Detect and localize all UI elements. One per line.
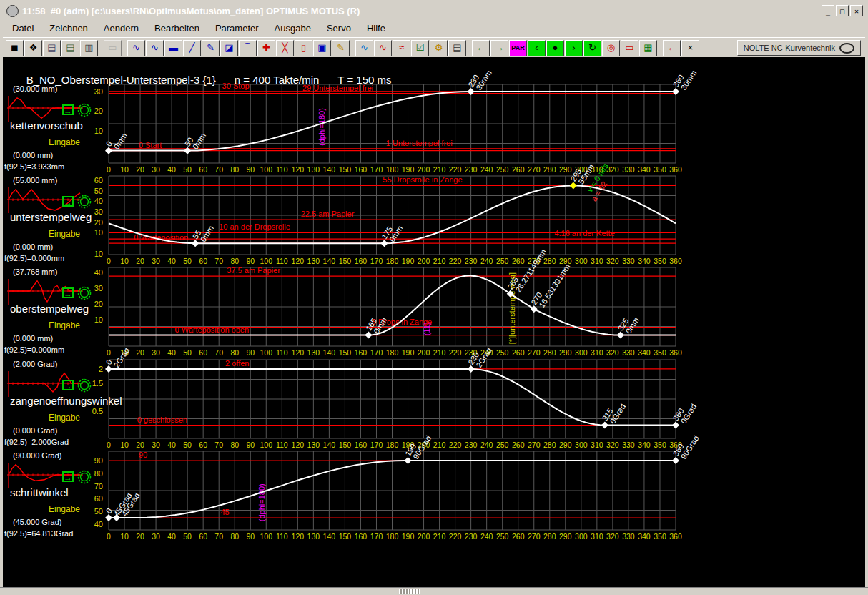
step-prev-icon: ‹ xyxy=(535,42,538,53)
segment-invert-button[interactable]: ◪ xyxy=(220,40,238,56)
delete-trash-button[interactable]: ▯ xyxy=(295,40,312,56)
screen-new-button[interactable]: ◼ xyxy=(6,40,24,56)
curve-panel-schrittwinkel: (90.000 Grad)→schrittwinkelEingabe(45.00… xyxy=(3,446,110,537)
curve-analysis-button[interactable]: ∿ xyxy=(374,40,392,56)
step-prev-button[interactable]: ‹ xyxy=(528,40,546,56)
curve-name: unterstempelweg xyxy=(10,211,92,223)
return-left-button[interactable]: ← xyxy=(663,40,681,56)
min-value-label: (45.000 Grad) xyxy=(13,518,61,526)
edit-pen-icon: ✎ xyxy=(207,42,214,53)
nolte-logo-icon xyxy=(839,43,854,54)
curve-smooth-button[interactable]: ∿ xyxy=(355,40,373,56)
segment-ramp-button[interactable]: ╱ xyxy=(183,40,201,56)
zoom-fit-button[interactable]: ❖ xyxy=(24,40,42,56)
nav-forward-button[interactable]: → xyxy=(490,40,508,56)
title-bar[interactable]: 11:58 #0 (adm) [c:\users\RN\OptimusMotus… xyxy=(3,3,865,19)
rotate-view-button[interactable]: ↻ xyxy=(583,40,601,56)
status-bar xyxy=(0,587,868,595)
transfer-arrow-button[interactable]: → xyxy=(62,471,74,482)
menu-ausgabe[interactable]: Ausgabe xyxy=(268,21,317,36)
print-bw-button[interactable]: ▤ xyxy=(61,40,79,56)
print-color-icon: ▤ xyxy=(47,42,56,53)
speed-label: n = 400 Takte/min xyxy=(235,74,320,86)
maximize-button[interactable]: □ xyxy=(836,5,849,16)
transfer-arrow-button[interactable]: → xyxy=(62,104,74,115)
tangent-tool-button[interactable]: ╳ xyxy=(276,40,294,56)
curve-panel-oberstempelweg: (37.768 mm)→oberstempelwegEingabe(0.000 … xyxy=(3,262,110,353)
menu-bar: DateiZeichnenAendernBearbeitenParameterA… xyxy=(3,19,865,37)
close-button[interactable]: ✕ xyxy=(850,5,863,16)
clipboard-copy-button[interactable]: ▣ xyxy=(313,40,331,56)
blank-button[interactable]: ▭ xyxy=(104,40,122,56)
nav-back-icon: ← xyxy=(476,42,485,53)
check-edit-icon: ☑ xyxy=(416,42,425,53)
step-point-button[interactable]: ● xyxy=(546,40,564,56)
function-value-label: f(92.5)=0.000mm xyxy=(4,345,64,354)
menu-hilfe[interactable]: Hilfe xyxy=(360,21,392,36)
cam-disc-icon[interactable] xyxy=(77,194,92,210)
resize-grip[interactable] xyxy=(399,589,420,594)
target-circle-icon: ◎ xyxy=(607,42,615,53)
target-circle-button[interactable]: ◎ xyxy=(602,40,620,56)
min-value-label: (0.000 Grad) xyxy=(13,426,57,435)
zoom-fit-icon: ❖ xyxy=(29,42,38,53)
segment-ramp-icon: ╱ xyxy=(189,42,195,53)
min-value-label: (0.000 mm) xyxy=(13,334,53,343)
cam-disc-icon[interactable] xyxy=(77,102,92,118)
motion-remove-button[interactable]: ∿ xyxy=(146,40,164,56)
minimize-button[interactable]: _ xyxy=(822,5,834,16)
curve-panel-unterstempelweg: (55.000 mm)→unterstempelwegEingabe(0.000… xyxy=(3,170,110,262)
transfer-arrow-button[interactable]: → xyxy=(62,380,74,390)
curve-name: kettenvorschub xyxy=(10,119,83,132)
plot-setup-icon: ▥ xyxy=(84,42,93,53)
close-x-button[interactable]: × xyxy=(681,40,699,56)
transfer-arrow-button[interactable]: → xyxy=(62,196,74,207)
rotate-view-icon: ↻ xyxy=(588,42,596,53)
plot-setup-button[interactable]: ▥ xyxy=(80,40,98,56)
notebook-icon: ▤ xyxy=(453,42,461,53)
curve-name: oberstempelweg xyxy=(10,303,89,315)
menu-bearbeiten[interactable]: Bearbeiten xyxy=(148,21,206,36)
nav-back-button[interactable]: ← xyxy=(472,40,490,56)
cycle-label: T = 150 ms xyxy=(337,74,391,86)
print-color-button[interactable]: ▤ xyxy=(43,40,61,56)
menu-servo[interactable]: Servo xyxy=(320,21,357,36)
step-point-icon: ● xyxy=(553,42,558,53)
machine-symbol-button[interactable]: ⚙ xyxy=(430,40,448,56)
mode-label: Eingabe xyxy=(49,229,80,239)
spline-points-button[interactable]: ⌒ xyxy=(239,40,257,56)
menu-datei[interactable]: Datei xyxy=(6,21,40,36)
curve-overlay-button[interactable]: ≈ xyxy=(393,40,410,56)
raster-table-button[interactable]: ▦ xyxy=(639,40,657,56)
clipboard-copy-icon: ▣ xyxy=(317,42,326,53)
cam-disc-icon[interactable] xyxy=(77,285,92,301)
menu-aendern[interactable]: Aendern xyxy=(97,21,145,36)
close-icon: ✕ xyxy=(854,7,859,15)
menu-parameter[interactable]: Parameter xyxy=(209,21,265,36)
step-next-icon: › xyxy=(572,42,575,53)
region-select-button[interactable]: ▭ xyxy=(621,40,638,56)
motion-add-button[interactable]: ∿ xyxy=(127,40,145,56)
marker-cross-button[interactable]: ✚ xyxy=(257,40,275,56)
mode-label: Eingabe xyxy=(49,413,80,423)
step-next-button[interactable]: › xyxy=(565,40,583,56)
brand-box: NOLTE NC-Kurventechnik xyxy=(737,40,861,56)
notebook-button[interactable]: ▤ xyxy=(448,40,466,56)
return-left-icon: ← xyxy=(667,42,676,53)
cam-disc-icon[interactable] xyxy=(77,469,92,485)
check-edit-button[interactable]: ☑ xyxy=(411,40,429,56)
segment-line-button[interactable]: ▬ xyxy=(164,40,182,56)
toolbar: ◼❖▤▤▥▭∿∿▬╱✎◪⌒✚╳▯▣✎∿∿≈☑⚙▤←→PAR‹●›↻◎▭▦←× N… xyxy=(3,37,865,58)
app-icon[interactable] xyxy=(6,5,19,17)
edit-pen-button[interactable]: ✎ xyxy=(202,40,220,56)
pencil-edit-icon: ✎ xyxy=(337,42,345,53)
pencil-edit-button[interactable]: ✎ xyxy=(332,40,350,56)
close-x-icon: × xyxy=(688,42,694,53)
min-value-label: (0.000 mm) xyxy=(13,242,53,251)
cam-disc-icon[interactable] xyxy=(77,378,92,393)
drawing-header: B_NO_Oberstempel-Unterstempel-3 {1}n = 4… xyxy=(14,62,410,98)
transfer-arrow-button[interactable]: → xyxy=(62,287,74,298)
parameters-icon: PAR xyxy=(511,44,524,51)
menu-zeichnen[interactable]: Zeichnen xyxy=(43,21,94,36)
parameters-button[interactable]: PAR xyxy=(509,40,527,56)
